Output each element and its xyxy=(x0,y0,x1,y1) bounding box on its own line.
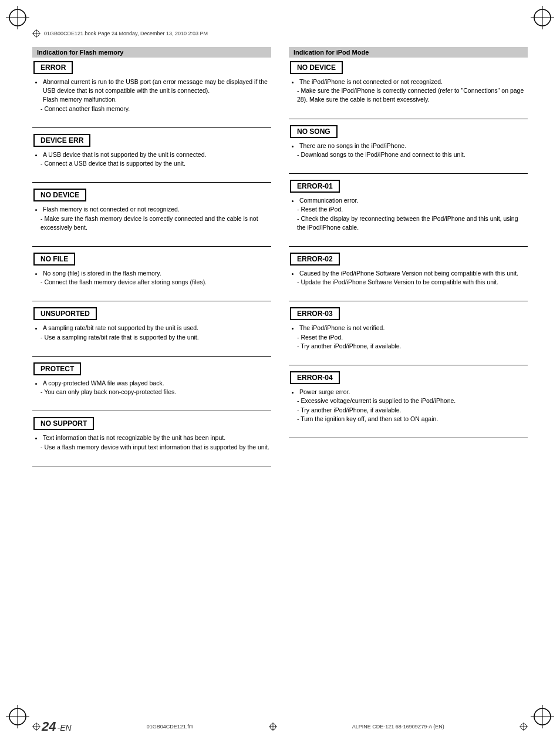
protect-status-box: PROTECT xyxy=(33,362,81,375)
divider-r2 xyxy=(289,173,528,174)
error-sub-1: Connect another flash memory. xyxy=(32,105,271,113)
no-file-block: NO FILE No song (file) is stored in the … xyxy=(32,253,271,287)
error-04-status-box: ERROR-04 xyxy=(290,371,340,384)
error-02-status-box: ERROR-02 xyxy=(290,253,340,266)
device-err-bullet: A USB device that is not supported by th… xyxy=(43,150,271,159)
error-04-bullet: Power surge error. xyxy=(299,388,528,396)
no-device-ipod-status-box: NO DEVICE xyxy=(290,61,343,74)
error-04-sub-1: Excessive voltage/current is supplied to… xyxy=(289,396,528,405)
corner-mark-bl xyxy=(6,705,29,728)
divider-3 xyxy=(32,246,271,247)
footer-bar: 24-EN 01GB04CDE121.fm ALPINE CDE-121 68-… xyxy=(32,719,528,734)
error-01-status-box: ERROR-01 xyxy=(290,180,340,193)
no-device-ipod-sub-1: Make sure the iPod/iPhone is correctly c… xyxy=(289,86,528,104)
error-status-box: ERROR xyxy=(33,61,73,74)
error-01-bullet: Communication error. xyxy=(299,196,528,205)
main-content: Indication for Flash memory ERROR Abnorm… xyxy=(32,47,528,699)
no-file-sub-1: Connect the flash memory device after st… xyxy=(32,278,271,287)
corner-mark-tl xyxy=(6,6,29,29)
no-song-bullet: There are no songs in the iPod/iPhone. xyxy=(299,142,528,150)
unsuported-sub-1: Use a sampling rate/bit rate that is sup… xyxy=(32,333,271,342)
error-04-block: ERROR-04 Power surge error. Excessive vo… xyxy=(289,371,528,424)
error-02-sub-1: Update the iPod/iPhone Software Version … xyxy=(289,278,528,287)
divider-2 xyxy=(32,182,271,183)
right-column: Indication for iPod Mode NO DEVICE The i… xyxy=(289,47,528,699)
no-support-bullet: Text information that is not recognizabl… xyxy=(43,434,271,442)
left-column: Indication for Flash memory ERROR Abnorm… xyxy=(32,47,271,699)
divider-5 xyxy=(32,356,271,357)
no-device-ipod-block: NO DEVICE The iPod/iPhone is not connect… xyxy=(289,61,528,105)
left-section-header: Indication for Flash memory xyxy=(32,47,271,58)
error-02-bullet: Caused by the iPod/iPhone Software Versi… xyxy=(299,269,528,278)
no-song-status-box: NO SONG xyxy=(290,125,338,138)
footer-file-info: 01GB04CDE121.fm xyxy=(147,724,194,730)
footer-left: 24-EN xyxy=(32,719,72,734)
page-wrapper: 01GB00CDE121.book Page 24 Monday, Decemb… xyxy=(0,0,560,746)
header-file-info: 01GB00CDE121.book Page 24 Monday, Decemb… xyxy=(44,31,208,36)
divider-4 xyxy=(32,301,271,301)
divider-r6 xyxy=(289,438,528,438)
error-bullet: Abnormal current is run to the USB port … xyxy=(43,78,271,105)
error-block: ERROR Abnormal current is run to the USB… xyxy=(32,61,271,113)
device-err-sub-1: Connect a USB device that is supported b… xyxy=(32,159,271,168)
corner-mark-tr xyxy=(531,6,554,29)
header-crosshair-icon xyxy=(32,29,41,38)
no-file-status-box: NO FILE xyxy=(33,253,75,266)
error-03-block: ERROR-03 The iPod/iPhone is not verified… xyxy=(289,307,528,351)
unsuported-block: UNSUPORTED A sampling rate/bit rate not … xyxy=(32,307,271,341)
protect-sub-1: You can only play back non-copy-protecte… xyxy=(32,388,271,396)
error-03-sub-2: Try another iPod/iPhone, if available. xyxy=(289,342,528,351)
page-number: 24 xyxy=(42,719,56,734)
device-err-block: DEVICE ERR A USB device that is not supp… xyxy=(32,134,271,168)
no-device-flash-block: NO DEVICE Flash memory is not connected … xyxy=(32,189,271,232)
divider-r4 xyxy=(289,301,528,301)
divider-r3 xyxy=(289,246,528,247)
no-device-flash-bullet: Flash memory is not connected or not rec… xyxy=(43,205,271,214)
device-err-status-box: DEVICE ERR xyxy=(33,134,90,147)
no-device-flash-sub-1: Make sure the flash memory device is cor… xyxy=(32,214,271,232)
footer-crosshair-left-icon xyxy=(32,723,41,731)
footer-model-info: ALPINE CDE-121 68-16909Z79-A (EN) xyxy=(352,724,444,730)
corner-mark-br xyxy=(531,705,554,728)
no-device-ipod-bullet: The iPod/iPhone is not connected or not … xyxy=(299,78,528,86)
error-03-sub-1: Reset the iPod. xyxy=(289,333,528,342)
error-04-sub-2: Try another iPod/iPhone, if available. xyxy=(289,406,528,415)
right-section-header: Indication for iPod Mode xyxy=(289,47,528,58)
header-bar: 01GB00CDE121.book Page 24 Monday, Decemb… xyxy=(32,29,528,38)
error-01-sub-2: Check the display by reconnecting betwee… xyxy=(289,214,528,232)
unsuported-bullet: A sampling rate/bit rate not supported b… xyxy=(43,324,271,332)
protect-bullet: A copy-protected WMA file was played bac… xyxy=(43,379,271,388)
divider-r5 xyxy=(289,365,528,365)
divider-1 xyxy=(32,127,271,128)
error-02-block: ERROR-02 Caused by the iPod/iPhone Softw… xyxy=(289,253,528,287)
error-03-bullet: The iPod/iPhone is not verified. xyxy=(299,324,528,332)
error-03-status-box: ERROR-03 xyxy=(290,307,340,320)
no-file-bullet: No song (file) is stored in the flash me… xyxy=(43,269,271,278)
footer-crosshair-center-icon xyxy=(269,723,277,731)
no-support-sub-1: Use a flash memory device with input tex… xyxy=(32,443,271,452)
no-device-flash-status-box: NO DEVICE xyxy=(33,189,86,201)
divider-6 xyxy=(32,411,271,411)
error-01-sub-1: Reset the iPod. xyxy=(289,205,528,214)
divider-r1 xyxy=(289,119,528,119)
protect-block: PROTECT A copy-protected WMA file was pl… xyxy=(32,362,271,396)
error-04-sub-3: Turn the ignition key off, and then set … xyxy=(289,415,528,424)
no-support-block: NO SUPPORT Text information that is not … xyxy=(32,417,271,451)
footer-crosshair-right-icon xyxy=(519,723,528,731)
no-support-status-box: NO SUPPORT xyxy=(33,417,94,430)
unsuported-status-box: UNSUPORTED xyxy=(33,307,97,320)
error-01-block: ERROR-01 Communication error. Reset the … xyxy=(289,180,528,232)
no-song-block: NO SONG There are no songs in the iPod/i… xyxy=(289,125,528,159)
page-suffix: -EN xyxy=(57,723,71,732)
no-song-sub-1: Download songs to the iPod/iPhone and co… xyxy=(289,150,528,159)
divider-7 xyxy=(32,466,271,466)
